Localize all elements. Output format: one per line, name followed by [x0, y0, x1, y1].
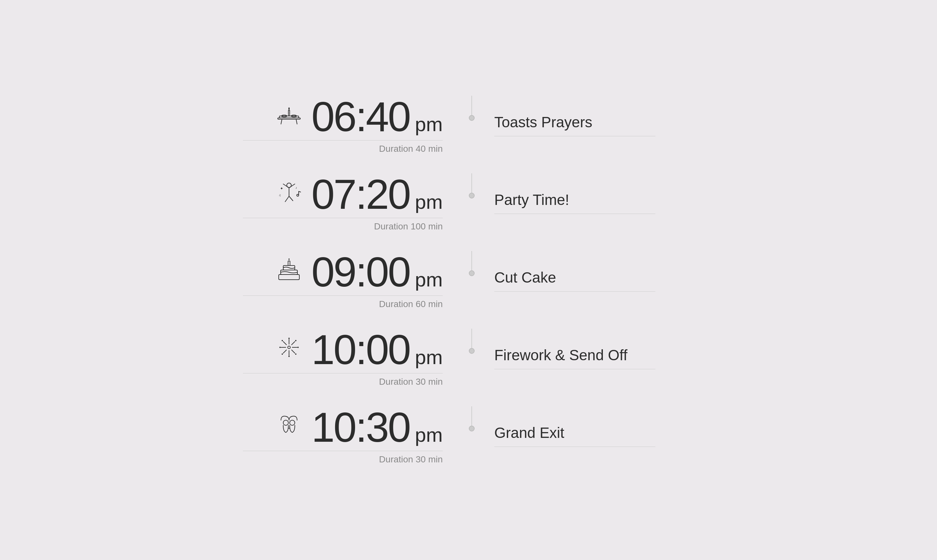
right-side: Party Time!	[482, 173, 694, 214]
right-side: Toasts Prayers	[482, 96, 694, 136]
svg-line-28	[283, 342, 286, 345]
schedule-item: 06:40 pm Duration 40 min Toasts Prayers	[243, 86, 694, 164]
svg-line-12	[289, 196, 293, 201]
svg-point-33	[288, 356, 290, 357]
svg-point-39	[295, 354, 297, 355]
schedule-item: 09:00 pm Duration 60 min Cut Cake	[243, 242, 694, 319]
svg-line-11	[285, 196, 289, 202]
svg-line-30	[292, 342, 295, 345]
schedule-item: ✦ ♪ ♫ 07:20 pm Duration 1	[243, 164, 694, 242]
event-title: Toasts Prayers	[494, 114, 655, 136]
duration-label: Duration 30 min	[243, 451, 443, 465]
timeline-dot	[469, 193, 475, 198]
duration-label: Duration 60 min	[243, 295, 443, 309]
schedule-item: 10:00 pm Duration 30 min Firework & Send…	[243, 319, 694, 397]
svg-line-9	[289, 184, 295, 188]
timeline-divider	[462, 173, 482, 198]
svg-line-6	[296, 119, 297, 124]
timeline-dot	[469, 426, 475, 431]
duration-label: Duration 100 min	[243, 218, 443, 232]
schedule-item: 10:30 pm Duration 30 min Grand Exit	[243, 397, 694, 474]
svg-rect-4	[288, 110, 290, 116]
svg-rect-19	[288, 261, 290, 266]
svg-point-38	[282, 354, 283, 355]
timeline-divider	[462, 251, 482, 276]
time-ampm: pm	[415, 425, 443, 445]
left-side: ✦ ♪ ♫ 07:20 pm Duration 1	[243, 173, 462, 232]
toasts-icon	[276, 103, 302, 130]
event-title: Party Time!	[494, 191, 655, 214]
right-side: Grand Exit	[482, 406, 694, 447]
timeline-divider	[462, 406, 482, 431]
svg-point-35	[297, 347, 299, 348]
time-display: 10:30	[312, 406, 410, 448]
svg-text:♫: ♫	[279, 193, 281, 197]
svg-text:✦: ✦	[280, 186, 283, 191]
left-side: 09:00 pm Duration 60 min	[243, 251, 462, 309]
svg-rect-1	[278, 118, 300, 119]
time-ampm: pm	[415, 192, 443, 212]
left-side: 10:00 pm Duration 30 min	[243, 329, 462, 387]
timeline-divider	[462, 329, 482, 354]
svg-rect-22	[279, 274, 299, 280]
firework-icon	[276, 336, 302, 363]
couple-icon	[276, 414, 302, 441]
svg-line-5	[281, 119, 282, 124]
time-display: 06:40	[312, 96, 410, 138]
svg-point-41	[290, 420, 295, 425]
time-display: 07:20	[312, 173, 410, 215]
duration-label: Duration 40 min	[243, 140, 443, 154]
event-title: Grand Exit	[494, 424, 655, 447]
svg-point-23	[288, 346, 290, 349]
svg-point-37	[295, 340, 297, 341]
timeline-divider	[462, 96, 482, 121]
svg-point-40	[283, 420, 288, 425]
timeline-dot	[469, 115, 475, 121]
svg-point-36	[282, 340, 283, 341]
svg-point-34	[279, 347, 281, 348]
duration-label: Duration 30 min	[243, 373, 443, 387]
cake-icon	[276, 258, 302, 286]
right-side: Cut Cake	[482, 251, 694, 292]
svg-line-8	[283, 184, 289, 188]
schedule-container: 06:40 pm Duration 40 min Toasts Prayers	[243, 86, 694, 474]
party-icon: ✦ ♪ ♫	[276, 181, 302, 208]
time-ampm: pm	[415, 114, 443, 134]
left-side: 06:40 pm Duration 40 min	[243, 96, 462, 154]
timeline-dot	[469, 270, 475, 276]
svg-point-32	[288, 338, 290, 339]
time-ampm: pm	[415, 270, 443, 290]
svg-line-29	[292, 350, 295, 353]
svg-line-31	[283, 350, 286, 353]
event-title: Firework & Send Off	[494, 346, 655, 369]
left-side: 10:30 pm Duration 30 min	[243, 406, 462, 465]
time-display: 09:00	[312, 251, 410, 293]
time-display: 10:00	[312, 329, 410, 371]
event-title: Cut Cake	[494, 269, 655, 292]
timeline-dot	[469, 348, 475, 354]
time-ampm: pm	[415, 347, 443, 367]
right-side: Firework & Send Off	[482, 329, 694, 369]
svg-text:♪: ♪	[295, 186, 297, 189]
